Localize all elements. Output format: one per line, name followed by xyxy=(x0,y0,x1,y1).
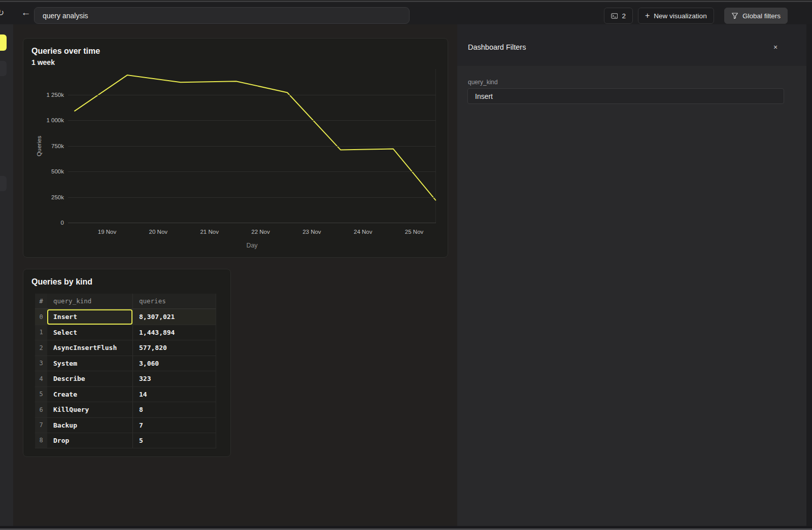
funnel-icon xyxy=(731,12,738,19)
new-visualization-button[interactable]: + New visualization xyxy=(638,8,714,24)
chart-card-queries-over-time: Queries over time 1 week Queries Day 025… xyxy=(23,38,448,258)
query-kind-cell[interactable]: AsyncInsertFlush xyxy=(47,340,132,356)
filter-field-label: query_kind xyxy=(468,79,498,86)
gridline xyxy=(68,146,436,147)
row-index-cell: 3 xyxy=(35,356,47,371)
gridline xyxy=(68,171,436,172)
queries-value-cell[interactable]: 3,060 xyxy=(132,356,216,371)
queries-by-kind-table: #query_kindqueries0Insert8,307,0211Selec… xyxy=(35,294,216,448)
query-kind-cell[interactable]: System xyxy=(47,356,132,371)
y-tick-label: 1 000k xyxy=(46,117,64,123)
row-index-cell: 1 xyxy=(35,325,47,340)
y-tick-label: 500k xyxy=(51,168,64,174)
gridline xyxy=(68,95,436,95)
col-header-queries: queries xyxy=(132,294,216,309)
query-kind-cell[interactable]: Backup xyxy=(47,417,132,433)
selected-cell-outline xyxy=(47,309,132,325)
x-tick-label: 25 Nov xyxy=(405,229,423,235)
row-index-cell: 7 xyxy=(35,417,47,433)
chart-title: Queries over time xyxy=(31,47,100,56)
queries-value-cell[interactable]: 8,307,021 xyxy=(132,309,216,325)
x-tick-label: 23 Nov xyxy=(302,229,321,235)
y-axis-title: Queries xyxy=(36,135,42,156)
queries-value-cell[interactable]: 577,820 xyxy=(132,340,216,356)
back-button[interactable]: ← xyxy=(20,6,31,20)
x-tick-label: 20 Nov xyxy=(149,229,167,235)
console-count: 2 xyxy=(622,12,626,20)
query-kind-cell[interactable]: Create xyxy=(47,386,132,402)
query-kind-cell[interactable]: Insert xyxy=(47,309,132,325)
table-card-queries-by-kind: Queries by kind #query_kindqueries0Inser… xyxy=(23,269,231,457)
queries-value-cell[interactable]: 14 xyxy=(132,386,216,402)
query-kind-filter-input[interactable] xyxy=(467,88,784,104)
dashboard-title-input[interactable] xyxy=(34,7,410,24)
sidebar-item[interactable] xyxy=(0,61,7,76)
chart-plot-area: Queries Day 0250k500k750k1 000k1 250k19 … xyxy=(68,69,436,223)
x-tick-label: 19 Nov xyxy=(98,229,116,235)
query-kind-cell[interactable]: Select xyxy=(47,325,132,340)
new-visualization-label: New visualization xyxy=(654,12,706,20)
global-filters-label: Global filters xyxy=(742,12,781,20)
filters-panel-header: Dashboard Filters × xyxy=(457,24,812,66)
gridline xyxy=(68,197,436,198)
dashboard-filters-panel: Dashboard Filters × query_kind xyxy=(457,24,812,530)
global-filters-button[interactable]: Global filters xyxy=(724,8,788,24)
gridline xyxy=(68,223,436,223)
query-kind-cell[interactable]: Drop xyxy=(47,433,132,448)
row-index-cell: 0 xyxy=(35,309,47,325)
query-kind-cell[interactable]: Describe xyxy=(47,371,132,386)
queries-value-cell[interactable]: 1,443,894 xyxy=(132,325,216,340)
row-index-cell: 8 xyxy=(35,433,47,448)
table-title: Queries by kind xyxy=(31,277,92,287)
y-tick-label: 1 250k xyxy=(46,92,64,98)
left-rail xyxy=(0,24,13,530)
topbar: ↻ ← 2 + New visualization Global filters xyxy=(0,2,812,24)
row-index-cell: 4 xyxy=(35,371,47,386)
back-arrow-icon: ← xyxy=(21,7,31,18)
y-tick-label: 250k xyxy=(51,194,64,200)
x-tick-label: 24 Nov xyxy=(354,229,372,235)
queries-value-cell[interactable]: 323 xyxy=(132,371,216,386)
window-right-edge xyxy=(806,24,812,526)
terminal-icon xyxy=(611,12,618,20)
row-index-cell: 2 xyxy=(35,340,47,356)
refresh-icon[interactable]: ↻ xyxy=(0,8,7,18)
console-count-button[interactable]: 2 xyxy=(604,8,633,24)
gridline xyxy=(68,120,436,121)
close-icon[interactable]: × xyxy=(771,43,780,52)
sidebar-item[interactable] xyxy=(0,176,7,191)
row-index-cell: 5 xyxy=(35,386,47,402)
x-axis-title: Day xyxy=(246,242,257,249)
sidebar-item-active[interactable] xyxy=(0,34,7,51)
y-tick-label: 0 xyxy=(61,220,64,226)
chart-series-line xyxy=(75,75,435,200)
window-bottom-edge xyxy=(0,526,812,530)
row-index-cell: 6 xyxy=(35,402,47,417)
plus-icon: + xyxy=(645,12,650,20)
filters-panel-title: Dashboard Filters xyxy=(468,43,526,51)
col-header-index: # xyxy=(35,294,47,309)
queries-value-cell[interactable]: 8 xyxy=(132,402,216,417)
chart-subtitle: 1 week xyxy=(31,58,55,66)
col-header-query-kind: query_kind xyxy=(47,294,132,309)
query-kind-cell[interactable]: KillQuery xyxy=(47,402,132,417)
dashboard-canvas: Queries over time 1 week Queries Day 025… xyxy=(13,24,457,530)
x-tick-label: 21 Nov xyxy=(200,229,218,235)
x-tick-label: 22 Nov xyxy=(251,229,269,235)
app-window: ↻ ← 2 + New visualization Global filters xyxy=(0,0,812,530)
queries-value-cell[interactable]: 7 xyxy=(132,417,216,433)
queries-value-cell[interactable]: 5 xyxy=(132,433,216,448)
y-tick-label: 750k xyxy=(51,143,64,149)
